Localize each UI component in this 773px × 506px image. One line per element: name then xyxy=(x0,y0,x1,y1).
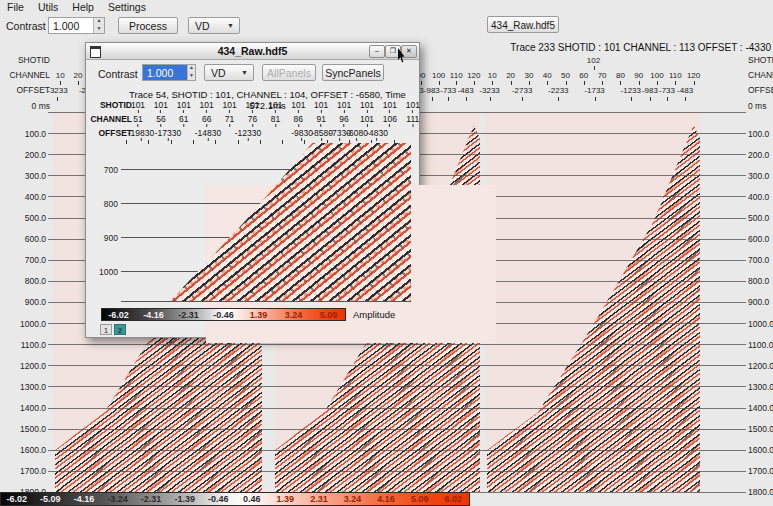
offset-tick xyxy=(57,97,58,101)
menu-item-settings[interactable]: Settings xyxy=(108,1,146,13)
channel-value: 100 xyxy=(650,71,663,80)
left-time-label: 200.0 xyxy=(0,150,46,160)
channel-value: 10 xyxy=(488,71,497,80)
colorbar-tick-label: -5.09 xyxy=(40,494,61,504)
value-tick xyxy=(322,138,323,141)
dialog-row-value: -14830 xyxy=(195,128,221,141)
colorbar-tick-label: 4.16 xyxy=(377,494,395,504)
dialog-time-label: 700 xyxy=(88,165,118,175)
right-time-label: 1300.0 xyxy=(748,382,773,392)
amplitude-label: Amplitude xyxy=(353,309,395,320)
channel-value: 100 xyxy=(432,71,445,80)
file-tab[interactable]: 434_Raw.hdf5 xyxy=(487,16,559,33)
menu-item-utils[interactable]: Utils xyxy=(38,1,58,13)
right-time-label: 600.0 xyxy=(748,234,773,244)
dialog-display-mode-select[interactable]: VD ▼ xyxy=(204,64,254,81)
dialog-row-label: CHANNEL xyxy=(72,114,132,124)
value-tick xyxy=(275,124,276,127)
dialog-colorbar-tick-label: -4.16 xyxy=(143,310,164,320)
right-zero-ms-label: 0 ms xyxy=(748,101,766,111)
dialog-seismic-wedge xyxy=(121,143,411,301)
shotid-value: 102 xyxy=(587,56,600,65)
value-tick xyxy=(248,138,249,141)
colorbar-tick-label: -4.16 xyxy=(74,494,95,504)
value-tick xyxy=(275,110,276,113)
left-shotid-header: SHOTID xyxy=(0,55,50,65)
value-tick xyxy=(367,110,368,113)
left-time-label: 700.0 xyxy=(0,255,46,265)
channel-value: 20 xyxy=(506,71,515,80)
dialog-contrast-stepper[interactable]: ▲▼ xyxy=(187,65,195,80)
dialog-row-value: 101 xyxy=(383,100,397,113)
channel-value: 120 xyxy=(687,71,700,80)
dialog-contrast-value[interactable]: 1.000 xyxy=(143,65,187,80)
syncpanels-button[interactable]: SyncPanels xyxy=(322,64,384,81)
process-button[interactable]: Process xyxy=(118,17,178,34)
dialog-title-bar[interactable]: 434_Raw.hdf5 – ❐ ✕ xyxy=(86,43,419,60)
left-time-label: 1700.0 xyxy=(0,466,46,476)
right-channel-header: CHANNEL xyxy=(748,70,773,80)
menu-item-help[interactable]: Help xyxy=(72,1,94,13)
dialog-top-tick xyxy=(215,140,216,144)
dialog-contrast-spinner[interactable]: 1.000 ▲▼ xyxy=(142,64,196,81)
display-mode-select[interactable]: VD ▼ xyxy=(188,17,240,34)
offset-tick xyxy=(466,97,467,101)
offset-value: -733 xyxy=(440,86,456,95)
menu-bar: FileUtilsHelpSettings xyxy=(0,0,773,14)
contrast-stepper[interactable]: ▲▼ xyxy=(93,18,104,33)
left-time-label: 400.0 xyxy=(0,192,46,202)
channel-value: 40 xyxy=(543,71,552,80)
left-time-label: 1000.0 xyxy=(0,319,46,329)
contrast-spinner[interactable]: 1.000 ▲▼ xyxy=(48,17,105,34)
dialog-time-label: 1000 xyxy=(88,267,118,277)
channel-value: 50 xyxy=(561,71,570,80)
channel-tick xyxy=(657,81,658,85)
right-time-label: 700.0 xyxy=(748,255,773,265)
colorbar-tick-label: 0.46 xyxy=(243,494,261,504)
contrast-label: Contrast xyxy=(6,20,46,32)
right-time-label: 500.0 xyxy=(748,213,773,223)
dialog-row-value: 101 xyxy=(154,100,168,113)
right-time-label: 1200.0 xyxy=(748,361,773,371)
value-tick xyxy=(229,124,230,127)
menu-item-file[interactable]: File xyxy=(7,1,24,13)
colorbar-tick-label: 2.31 xyxy=(310,494,328,504)
channel-tick xyxy=(620,81,621,85)
right-time-label: 1800.0 xyxy=(748,487,773,497)
offset-value: -3233 xyxy=(479,86,499,95)
dialog-top-tick xyxy=(126,140,127,144)
value-tick xyxy=(298,110,299,113)
dialog-display-mode-value: VD xyxy=(211,67,226,80)
dialog-colorbar-tick-label: 3.24 xyxy=(285,310,303,320)
channel-tick xyxy=(421,81,422,85)
dialog-row-value: 101 xyxy=(406,100,420,113)
app-window: FileUtilsHelpSettings Contrast 1.000 ▲▼ … xyxy=(0,0,773,506)
channel-value: 10 xyxy=(56,71,65,80)
dialog-row-value: 101 xyxy=(291,100,305,113)
offset-value: -2233 xyxy=(548,86,568,95)
colorbar-tick-label: -1.39 xyxy=(174,494,195,504)
channel-tick xyxy=(675,81,676,85)
channel-value: 80 xyxy=(616,71,625,80)
dialog-tab-2[interactable]: 2 xyxy=(114,324,126,335)
left-time-label: 600.0 xyxy=(0,234,46,244)
offset-tick xyxy=(650,97,651,101)
offset-tick xyxy=(685,97,686,101)
channel-tick xyxy=(474,81,475,85)
contrast-value[interactable]: 1.000 xyxy=(49,18,93,33)
left-time-label: 500.0 xyxy=(0,213,46,223)
value-tick xyxy=(389,124,390,127)
colorbar-tick-label: -0.46 xyxy=(208,494,229,504)
dialog-row-value: 71 xyxy=(225,114,234,127)
right-time-label: 900.0 xyxy=(748,297,773,307)
dialog-tab-1[interactable]: 1 xyxy=(100,324,112,335)
value-tick xyxy=(377,138,378,141)
colorbar-tick-label: 3.24 xyxy=(344,494,362,504)
dialog-colorbar-tick-label: -0.46 xyxy=(213,310,234,320)
main-status-line: Trace 233 SHOTID : 101 CHANNEL : 113 OFF… xyxy=(510,42,771,53)
minimize-button[interactable]: – xyxy=(369,45,385,58)
dialog-window[interactable]: 434_Raw.hdf5 – ❐ ✕ Contrast 1.000 ▲▼ VD … xyxy=(85,42,420,338)
value-tick xyxy=(344,124,345,127)
right-offset-header: OFFSET xyxy=(748,85,773,95)
offset-value: -3233 xyxy=(47,86,67,95)
